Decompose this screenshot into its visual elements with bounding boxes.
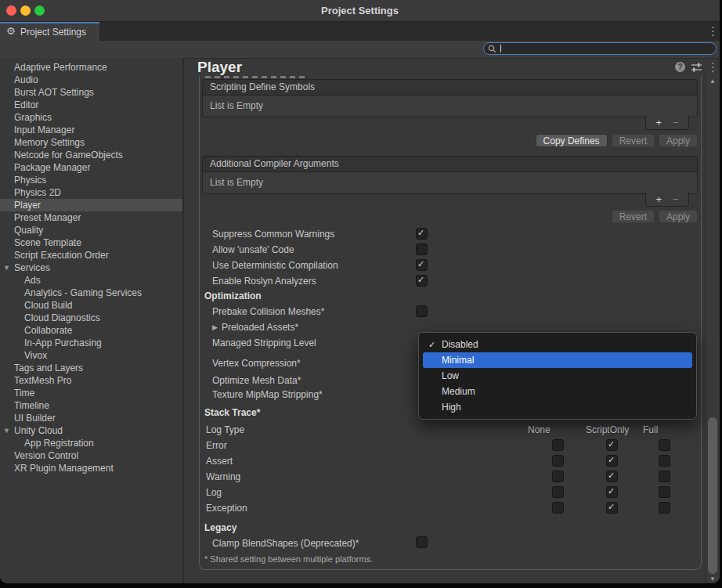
menu-item-disabled[interactable]: ✓ Disabled	[423, 337, 692, 352]
row-label-assert: Assert	[206, 456, 233, 467]
menu-item-high[interactable]: High	[423, 399, 692, 415]
sidebar-item-services[interactable]: ▼Services	[0, 262, 182, 274]
sidebar-item-scene-template[interactable]: Scene Template	[0, 236, 182, 249]
sidebar-item-collaborate[interactable]: Collaborate	[0, 324, 182, 337]
gear-icon: ⚙	[6, 25, 16, 37]
sidebar-item-time[interactable]: Time	[0, 387, 182, 399]
remove-item-button[interactable]: −	[673, 193, 679, 205]
add-item-button[interactable]: +	[655, 193, 662, 205]
toolbar	[0, 41, 720, 59]
copy-defines-button[interactable]: Copy Defines	[536, 134, 608, 147]
sidebar-item-audio[interactable]: Audio	[0, 74, 182, 86]
warning-full-checkbox[interactable]	[659, 471, 670, 482]
sidebar-item-adaptive-performance[interactable]: Adaptive Performance	[0, 61, 182, 74]
sidebar-item-cloud-build[interactable]: Cloud Build	[0, 299, 182, 312]
foldout-open-icon[interactable]: ▼	[3, 262, 10, 274]
apply-button[interactable]: Apply	[659, 210, 698, 223]
log-scriptonly-checkbox[interactable]	[606, 486, 618, 498]
sidebar-item-input-manager[interactable]: Input Manager	[0, 124, 182, 136]
error-none-checkbox[interactable]	[552, 439, 564, 451]
menu-item-medium[interactable]: Medium	[423, 384, 692, 399]
sidebar-item-quality[interactable]: Quality	[0, 224, 182, 236]
clamp-blendshapes-checkbox[interactable]	[416, 536, 428, 548]
sidebar-item-netcode-for-gameobjects[interactable]: Netcode for GameObjects	[0, 149, 182, 161]
sidebar-item-analytics-gaming-services[interactable]: Analytics - Gaming Services	[0, 287, 182, 299]
apply-button[interactable]: Apply	[659, 134, 698, 147]
exception-scriptonly-checkbox[interactable]	[606, 502, 618, 514]
selected-check-icon: ✓	[428, 337, 435, 352]
titlebar: Project Settings	[0, 0, 720, 22]
prebake-collision-meshes-checkbox[interactable]	[416, 305, 428, 317]
sidebar-item-xr-plugin-management[interactable]: XR Plugin Management	[0, 462, 182, 474]
foldout-closed-icon[interactable]: ▶	[212, 323, 218, 331]
foldout-open-icon[interactable]: ▼	[3, 424, 10, 437]
tab-strip: ⚙ Project Settings ⋮	[0, 22, 720, 41]
field-label: Prebake Collision Meshes*	[212, 306, 324, 317]
sidebar-item-in-app-purchasing[interactable]: In-App Purchasing	[0, 337, 182, 349]
error-scriptonly-checkbox[interactable]	[606, 439, 618, 451]
sidebar-item-tags-and-layers[interactable]: Tags and Layers	[0, 362, 182, 374]
assert-full-checkbox[interactable]	[659, 455, 670, 467]
scripting-define-symbols-list: Scripting Define Symbols List is Empty	[202, 79, 698, 117]
sidebar-item-timeline[interactable]: Timeline	[0, 399, 182, 412]
help-icon[interactable]: ?	[675, 62, 685, 72]
sidebar-item-textmesh-pro[interactable]: TextMesh Pro	[0, 374, 182, 387]
define-symbols-buttons: Copy Defines Revert Apply	[202, 134, 698, 148]
field-label: Clamp BlendShapes (Deprecated)*	[212, 538, 359, 549]
sidebar-item-memory-settings[interactable]: Memory Settings	[0, 136, 182, 149]
field-label: Vertex Compression*	[212, 358, 301, 369]
assert-none-checkbox[interactable]	[552, 455, 564, 467]
exception-none-checkbox[interactable]	[552, 502, 564, 514]
sidebar-item-script-execution-order[interactable]: Script Execution Order	[0, 249, 182, 262]
sidebar-item-ads[interactable]: Ads	[0, 274, 182, 287]
field-label: Allow 'unsafe' Code	[212, 244, 294, 255]
suppress-common-warnings-checkbox[interactable]	[416, 228, 428, 240]
enable-roslyn-analyzers-checkbox[interactable]	[416, 275, 428, 287]
error-full-checkbox[interactable]	[659, 439, 670, 451]
sidebar-item-unity-cloud[interactable]: ▼Unity Cloud	[0, 424, 182, 437]
sidebar-item-package-manager[interactable]: Package Manager	[0, 161, 182, 174]
allow-unsafe-code-checkbox[interactable]	[416, 243, 428, 255]
presets-icon[interactable]	[691, 62, 702, 73]
sidebar-item-vivox[interactable]: Vivox	[0, 349, 182, 362]
log-none-checkbox[interactable]	[552, 486, 564, 498]
sidebar-item-graphics[interactable]: Graphics	[0, 111, 182, 124]
assert-scriptonly-checkbox[interactable]	[606, 455, 618, 467]
tab-strip-kebab-menu-icon[interactable]: ⋮	[707, 25, 719, 38]
remove-item-button[interactable]: −	[673, 117, 679, 128]
tab-project-settings[interactable]: ⚙ Project Settings	[0, 22, 99, 41]
menu-item-low[interactable]: Low	[423, 368, 692, 384]
scroll-up-arrow-icon[interactable]: ▲	[706, 78, 720, 85]
sidebar-item-physics[interactable]: Physics	[0, 174, 182, 186]
sidebar-item-burst-aot-settings[interactable]: Burst AOT Settings	[0, 86, 182, 99]
use-deterministic-compilation-checkbox[interactable]	[416, 259, 428, 271]
field-label: Managed Stripping Level	[212, 337, 316, 348]
page-title: Player	[197, 59, 242, 76]
revert-button[interactable]: Revert	[612, 210, 655, 223]
sidebar-item-ui-builder[interactable]: UI Builder	[0, 412, 182, 424]
scroll-down-arrow-icon[interactable]: ▼	[706, 575, 720, 583]
log-full-checkbox[interactable]	[659, 486, 670, 498]
sidebar-item-app-registration[interactable]: App Registration	[0, 437, 182, 449]
list-header[interactable]: Additional Compiler Arguments	[203, 157, 697, 172]
scrollbar-thumb[interactable]	[708, 417, 717, 574]
exception-full-checkbox[interactable]	[659, 502, 670, 514]
menu-item-minimal[interactable]: Minimal	[423, 352, 692, 368]
managed-stripping-level-menu: ✓ Disabled Minimal Low Medium High	[418, 332, 697, 420]
sidebar-item-player[interactable]: Player	[0, 199, 182, 211]
search-input[interactable]	[483, 42, 717, 55]
sidebar-item-physics-2d[interactable]: Physics 2D	[0, 186, 182, 199]
revert-button[interactable]: Revert	[612, 134, 655, 147]
warning-scriptonly-checkbox[interactable]	[606, 471, 618, 482]
warning-none-checkbox[interactable]	[552, 471, 564, 482]
field-label: Preloaded Assets*	[222, 322, 298, 333]
sidebar-item-cloud-diagnostics[interactable]: Cloud Diagnostics	[0, 312, 182, 324]
sidebar-item-editor[interactable]: Editor	[0, 99, 182, 111]
list-header[interactable]: Scripting Define Symbols	[203, 80, 697, 96]
field-label: Optimize Mesh Data*	[212, 375, 301, 386]
sidebar-item-preset-manager[interactable]: Preset Manager	[0, 211, 182, 224]
vertical-scrollbar[interactable]: ▲ ▼	[705, 74, 720, 583]
header-kebab-menu-icon[interactable]: ⋮	[707, 61, 719, 74]
sidebar-item-version-control[interactable]: Version Control	[0, 449, 182, 462]
add-item-button[interactable]: +	[655, 117, 662, 128]
